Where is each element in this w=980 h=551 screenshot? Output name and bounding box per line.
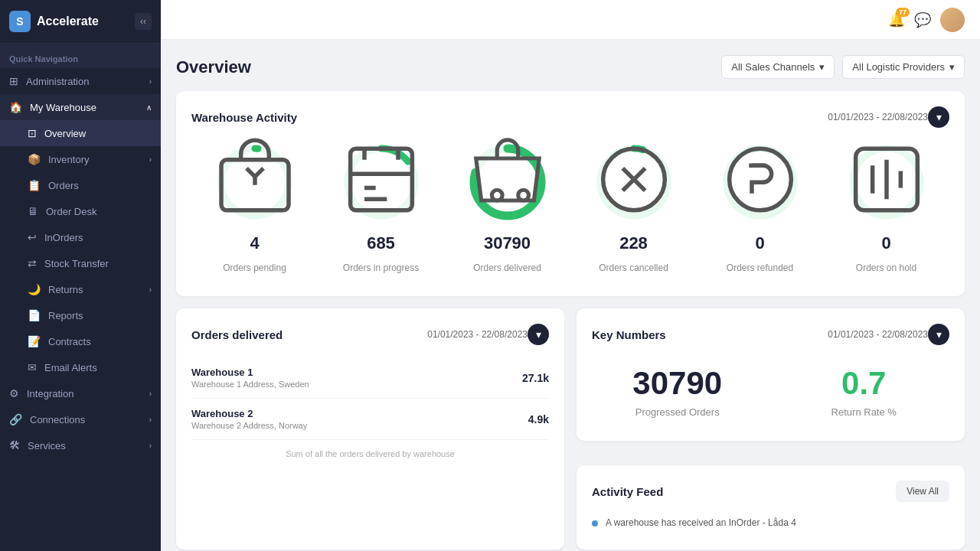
in-progress-icon (339, 138, 423, 227)
sidebar-header: S Accelerate ‹‹ (0, 0, 161, 44)
sales-channels-label: All Sales Channels (731, 61, 815, 73)
email-alerts-icon: ✉ (28, 361, 37, 373)
contracts-icon: 📝 (28, 335, 41, 347)
my-warehouse-icon: 🏠 (9, 101, 22, 113)
chart-pending: 4 Orders pending (191, 140, 318, 273)
orders-delivered-date-btn[interactable]: ▾ (528, 324, 549, 345)
warehouse-activity-card: Warehouse Activity 01/01/2023 - 22/08/20… (176, 91, 965, 296)
sidebar-item-returns[interactable]: 🌙 Returns › (0, 276, 161, 302)
orders-delivered-card: Orders delivered 01/01/2023 - 22/08/2023… (176, 308, 564, 549)
sales-channels-filter[interactable]: All Sales Channels ▾ (721, 55, 835, 79)
sidebar-collapse-button[interactable]: ‹‹ (135, 13, 152, 30)
view-all-button[interactable]: View All (896, 481, 949, 502)
cancelled-icon (592, 138, 676, 227)
logistic-providers-label: All Logistic Providers (852, 61, 945, 73)
orders-delivered-header: Orders delivered 01/01/2023 - 22/08/2023… (191, 324, 549, 345)
warehouse-activity-date-btn[interactable]: ▾ (928, 106, 949, 128)
contracts-label: Contracts (48, 336, 91, 347)
chart-on-hold: 0 Orders on hold (823, 140, 949, 273)
administration-label: Administration (26, 76, 89, 87)
charts-row: 4 Orders pending (191, 140, 949, 281)
topbar: 🔔 77 💬 (161, 0, 980, 40)
quick-navigation-label: Quick Navigation (0, 44, 161, 68)
inorders-icon: ↩ (28, 231, 37, 243)
warehouse-2-count: 4.9k (528, 413, 549, 425)
warehouse-activity-header: Warehouse Activity 01/01/2023 - 22/08/20… (191, 106, 949, 128)
donut-cancelled (592, 140, 676, 224)
stock-transfer-label: Stock Transfer (44, 258, 109, 269)
donut-on-hold (844, 140, 929, 224)
page-title: Overview (176, 57, 251, 77)
warehouse-1-info: Warehouse 1 Warehouse 1 Address, Sweden (191, 367, 522, 389)
sidebar-item-overview[interactable]: ⊡ Overview (0, 120, 161, 146)
integration-chevron: › (149, 390, 152, 398)
inventory-chevron: › (149, 155, 152, 164)
activity-text: A warehouse has received an InOrder - Lå… (606, 517, 796, 528)
activity-item: A warehouse has received an InOrder - Lå… (592, 511, 949, 534)
on-hold-label: Orders on hold (856, 262, 916, 273)
topbar-icons: 🔔 77 💬 (888, 8, 965, 32)
warehouse-1-count: 27.1k (522, 372, 549, 384)
my-warehouse-label: My Warehouse (30, 102, 96, 113)
key-numbers-date: 01/01/2023 - 22/08/2023 (828, 329, 928, 340)
return-rate-label: Return Rate % (831, 406, 897, 418)
orders-icon: 📋 (28, 179, 41, 191)
integration-label: Integration (27, 388, 74, 399)
chart-refunded: 0 Orders refunded (697, 140, 823, 273)
refunded-value: 0 (755, 233, 764, 253)
sidebar-item-stock-transfer[interactable]: ⇄ Stock Transfer (0, 250, 161, 276)
warehouse-1-address: Warehouse 1 Address, Sweden (191, 380, 522, 389)
sidebar-item-my-warehouse[interactable]: 🏠 My Warehouse ∧ (0, 94, 161, 120)
administration-icon: ⊞ (9, 75, 18, 87)
chart-delivered: 30790 Orders delivered (444, 140, 570, 273)
notifications-badge: 77 (896, 8, 910, 17)
sidebar-item-inventory[interactable]: 📦 Inventory › (0, 146, 161, 172)
main-content: Overview All Sales Channels ▾ All Logist… (161, 40, 980, 551)
key-numbers-grid: 30790 Progressed Orders 0.7 Return Rate … (592, 357, 949, 425)
warehouse-2-info: Warehouse 2 Warehouse 2 Address, Norway (191, 408, 528, 430)
refunded-icon (718, 138, 802, 227)
on-hold-icon (844, 138, 929, 227)
in-progress-value: 685 (367, 233, 395, 253)
delivered-icon (466, 138, 550, 227)
orders-label: Orders (48, 180, 79, 191)
sidebar-item-administration[interactable]: ⊞ Administration › (0, 68, 161, 94)
sidebar-item-integration[interactable]: ⚙ Integration › (0, 380, 161, 406)
orders-delivered-date: 01/01/2023 - 22/08/2023 (427, 329, 528, 340)
notifications-button[interactable]: 🔔 77 (888, 11, 905, 28)
activity-feed-card: Activity Feed View All A warehouse has r… (577, 465, 965, 549)
connections-chevron: › (149, 416, 152, 424)
sidebar-item-services[interactable]: 🛠 Services › (0, 432, 161, 458)
svg-point-8 (492, 190, 502, 201)
services-icon: 🛠 (9, 439, 20, 452)
activity-feed-header: Activity Feed View All (592, 481, 949, 502)
messages-button[interactable]: 💬 (914, 11, 931, 28)
connections-icon: 🔗 (9, 413, 22, 425)
sidebar-item-connections[interactable]: 🔗 Connections › (0, 406, 161, 432)
connections-label: Connections (30, 414, 85, 425)
key-numbers-date-btn[interactable]: ▾ (928, 324, 949, 345)
donut-pending (213, 140, 297, 224)
sidebar-item-contracts[interactable]: 📝 Contracts (0, 328, 161, 354)
sidebar-item-order-desk[interactable]: 🖥 Order Desk (0, 198, 161, 224)
logistic-providers-chevron-icon: ▾ (949, 61, 955, 73)
inorders-label: InOrders (44, 232, 83, 243)
svg-point-14 (729, 148, 791, 210)
sidebar-item-reports[interactable]: 📄 Reports (0, 302, 161, 328)
sales-channels-chevron-icon: ▾ (819, 61, 825, 73)
sidebar-item-orders[interactable]: 📋 Orders (0, 172, 161, 198)
logistic-providers-filter[interactable]: All Logistic Providers ▾ (842, 55, 965, 79)
inventory-icon: 📦 (28, 153, 41, 165)
sidebar-item-inorders[interactable]: ↩ InOrders (0, 224, 161, 250)
pending-value: 4 (250, 233, 259, 253)
pending-label: Orders pending (223, 262, 286, 273)
activity-dot-icon (592, 520, 598, 527)
warehouse-2-name: Warehouse 2 (191, 408, 528, 419)
my-warehouse-chevron: ∧ (146, 103, 152, 112)
reports-icon: 📄 (28, 309, 41, 321)
user-avatar[interactable] (940, 8, 965, 32)
in-progress-label: Orders in progress (343, 262, 419, 273)
sidebar-item-email-alerts[interactable]: ✉ Email Alerts (0, 354, 161, 380)
chart-in-progress: 685 Orders in progress (318, 140, 444, 273)
warehouse-activity-date-range: 01/01/2023 - 22/08/2023 (828, 112, 928, 122)
